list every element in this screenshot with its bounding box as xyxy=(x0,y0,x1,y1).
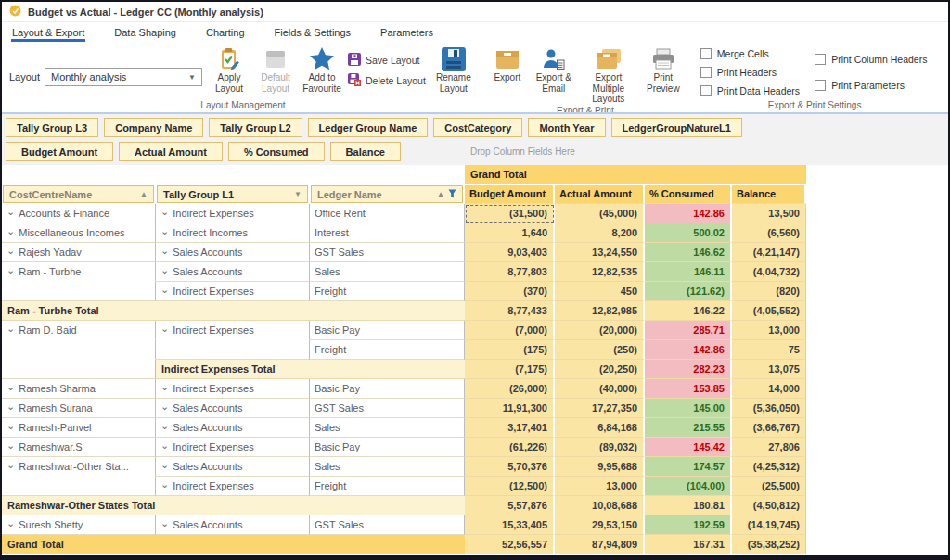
balance-cell[interactable]: 13,500 xyxy=(732,204,806,223)
ledger-name-cell[interactable]: Basic Pay xyxy=(310,379,465,399)
sort-ascending-icon[interactable]: ▲ xyxy=(437,190,444,198)
ledger-name-cell[interactable]: Freight xyxy=(310,340,465,360)
balance-cell[interactable]: (4,04,732) xyxy=(732,262,806,282)
collapse-chevron-icon[interactable]: ⌄ xyxy=(160,207,169,217)
ledger-name-cell[interactable]: GST Sales xyxy=(310,515,465,535)
tally-group-cell[interactable]: ⌄Indirect Expenses xyxy=(156,379,310,399)
collapse-chevron-icon[interactable]: ⌄ xyxy=(6,382,15,392)
cost-centre-cell[interactable] xyxy=(2,340,156,360)
print-data-headers-checkbox[interactable]: Print Data Headers xyxy=(700,85,800,96)
field-ledgergroupnaturel1-chip[interactable]: LedgerGroupNatureL1 xyxy=(611,118,742,137)
pct-consumed-cell[interactable]: 215.55 xyxy=(645,418,732,438)
tally-group-cell[interactable]: ⌄Indirect Expenses xyxy=(156,204,310,223)
row-header-ledger-name[interactable]: Ledger Name▲ xyxy=(311,185,463,203)
actual-amount-cell[interactable]: (20,250) xyxy=(555,360,645,379)
cost-centre-cell[interactable] xyxy=(2,360,156,379)
budget-amount-cell[interactable]: 9,03,403 xyxy=(465,243,555,262)
add-to-favourite-button[interactable]: Add to Favourite xyxy=(300,45,344,94)
field-costcategory-chip[interactable]: CostCategory xyxy=(433,118,522,137)
actual-amount-cell[interactable]: 8,200 xyxy=(555,223,645,243)
field-company-name-chip[interactable]: Company Name xyxy=(104,118,203,137)
actual-amount-cell[interactable]: 13,24,550 xyxy=(555,243,645,262)
cost-centre-cell[interactable]: ⌄Ram - Turbhe xyxy=(2,262,156,282)
actual-amount-cell[interactable]: 29,53,150 xyxy=(555,515,645,535)
balance-cell[interactable]: (35,38,252) xyxy=(732,535,806,554)
rename-layout-button[interactable]: Rename Layout xyxy=(431,45,476,94)
budget-amount-cell[interactable]: 8,77,803 xyxy=(465,262,555,282)
actual-amount-cell[interactable]: 13,000 xyxy=(555,477,645,496)
pct-consumed-cell[interactable]: 500.02 xyxy=(645,223,732,243)
balance-cell[interactable]: (5,36,050) xyxy=(732,399,806,418)
balance-cell[interactable]: (14,19,745) xyxy=(732,515,806,535)
tab-layout-export[interactable]: Layout & Export xyxy=(11,25,85,42)
tally-group-cell[interactable]: ⌄Sales Accounts xyxy=(156,399,310,418)
actual-amount-cell[interactable]: 12,82,985 xyxy=(555,301,645,321)
collapse-chevron-icon[interactable]: ⌄ xyxy=(6,518,15,528)
collapse-chevron-icon[interactable]: ⌄ xyxy=(6,207,15,217)
tab-data-shaping[interactable]: Data Shaping xyxy=(113,25,177,42)
field-tally-group-l2-chip[interactable]: Tally Group L2 xyxy=(209,118,302,137)
budget-amount-cell[interactable]: (61,226) xyxy=(465,438,555,457)
tally-group-cell[interactable]: ⌄Sales Accounts xyxy=(156,515,310,535)
ledger-name-cell[interactable]: Office Rent xyxy=(310,204,465,223)
ledger-name-cell[interactable]: Basic Pay xyxy=(310,321,465,340)
cost-centre-cell[interactable]: ⌄Rajesh Yadav xyxy=(2,243,156,262)
tally-group-cell[interactable]: ⌄Sales Accounts xyxy=(156,262,310,282)
sort-descending-icon[interactable]: ▼ xyxy=(294,190,302,198)
ledger-name-cell[interactable]: GST Sales xyxy=(310,399,465,418)
cost-centre-cell[interactable]: ⌄Suresh Shetty xyxy=(2,515,156,535)
budget-amount-cell[interactable]: (26,000) xyxy=(465,379,555,399)
pct-consumed-cell[interactable]: 142.86 xyxy=(645,204,732,223)
pct-consumed-cell[interactable]: 146.11 xyxy=(645,262,732,282)
column-header-budget-amount[interactable]: Budget Amount xyxy=(465,185,555,204)
budget-amount-cell[interactable]: 15,33,405 xyxy=(465,515,555,535)
measure-consumed-chip[interactable]: % Consumed xyxy=(228,142,325,161)
collapse-chevron-icon[interactable]: ⌄ xyxy=(6,226,15,236)
layout-select[interactable]: Monthly analysis ▼ xyxy=(45,68,202,86)
ledger-name-cell[interactable]: Sales xyxy=(310,457,465,477)
budget-amount-cell[interactable]: 8,77,433 xyxy=(465,301,555,321)
tally-group-cell[interactable]: ⌄Indirect Expenses xyxy=(156,321,310,340)
balance-cell[interactable]: (4,50,812) xyxy=(732,496,806,515)
pct-consumed-cell[interactable]: 180.81 xyxy=(645,496,732,515)
pct-consumed-cell[interactable]: 146.62 xyxy=(645,243,732,262)
collapse-chevron-icon[interactable]: ⌄ xyxy=(6,324,15,334)
default-layout-button[interactable]: Default Layout xyxy=(253,45,298,94)
balance-cell[interactable]: (4,21,147) xyxy=(732,243,806,262)
delete-layout-button[interactable]: Delete Layout xyxy=(348,73,426,88)
pct-consumed-cell[interactable]: 192.59 xyxy=(645,515,732,535)
pct-consumed-cell[interactable]: 282.23 xyxy=(645,360,732,379)
print-column-headers-checkbox[interactable]: Print Column Headers xyxy=(815,54,927,65)
budget-amount-cell[interactable]: 11,91,300 xyxy=(465,399,555,418)
actual-amount-cell[interactable]: (40,000) xyxy=(555,379,645,399)
balance-cell[interactable]: (6,560) xyxy=(732,223,806,243)
tab-fields-settings[interactable]: Fields & Settings xyxy=(274,25,353,42)
field-ledger-group-name-chip[interactable]: Ledger Group Name xyxy=(308,118,429,137)
ledger-name-cell[interactable]: Basic Pay xyxy=(310,438,465,457)
tally-group-cell[interactable]: ⌄Indirect Expenses xyxy=(156,438,310,457)
actual-amount-cell[interactable]: (45,000) xyxy=(555,204,645,223)
apply-layout-button[interactable]: Apply Layout xyxy=(207,45,251,94)
row-header-tally-group-l1[interactable]: Tally Group L1▼ xyxy=(157,185,308,203)
pct-consumed-cell[interactable]: (104.00) xyxy=(645,477,732,496)
budget-amount-cell[interactable]: 5,57,876 xyxy=(465,496,555,515)
cost-centre-cell[interactable]: ⌄Ramesh-Panvel xyxy=(2,418,156,438)
actual-amount-cell[interactable]: 6,84,168 xyxy=(555,418,645,438)
collapse-chevron-icon[interactable]: ⌄ xyxy=(160,246,169,256)
collapse-chevron-icon[interactable]: ⌄ xyxy=(160,460,169,470)
column-header-consumed[interactable]: % Consumed xyxy=(645,185,732,204)
tally-group-cell[interactable]: ⌄Indirect Expenses xyxy=(156,282,310,301)
ledger-name-cell[interactable]: Freight xyxy=(310,477,465,496)
pct-consumed-cell[interactable]: 142.86 xyxy=(645,340,732,360)
actual-amount-cell[interactable]: 10,08,688 xyxy=(555,496,645,515)
actual-amount-cell[interactable]: (20,000) xyxy=(555,321,645,340)
measure-actual-amount-chip[interactable]: Actual Amount xyxy=(119,142,223,161)
pct-consumed-cell[interactable]: 145.42 xyxy=(645,438,732,457)
export-multiple-layouts-button[interactable]: Export Multiple Layouts xyxy=(578,45,639,105)
balance-cell[interactable]: (4,25,312) xyxy=(732,457,806,477)
budget-amount-cell[interactable]: 52,56,557 xyxy=(465,535,555,554)
balance-cell[interactable]: 13,075 xyxy=(732,360,806,379)
budget-amount-cell[interactable]: (370) xyxy=(465,282,555,301)
ledger-name-cell[interactable]: Sales xyxy=(310,418,465,438)
tab-parameters[interactable]: Parameters xyxy=(379,25,434,42)
